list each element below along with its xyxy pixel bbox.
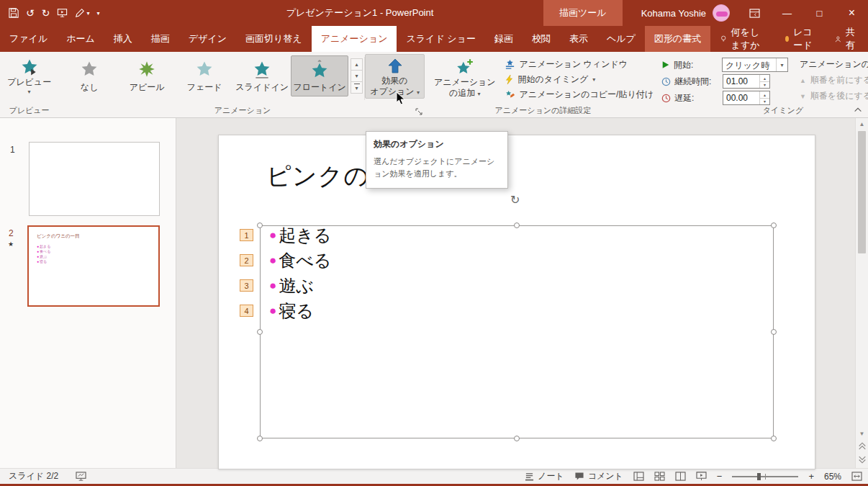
resize-handle[interactable] <box>771 436 777 441</box>
slide-indicator[interactable]: スライド 2/2 <box>9 470 58 482</box>
slide-sorter-view-button[interactable] <box>654 472 665 481</box>
ribbon-display-options-button[interactable] <box>738 0 771 26</box>
undo-button[interactable]: ↺ <box>26 8 35 18</box>
zoom-out-button[interactable]: − <box>717 471 723 482</box>
gallery-scroll-up-button[interactable]: ▴ <box>351 58 363 71</box>
gallery-item-appear[interactable]: アピール <box>118 55 176 96</box>
tell-me-box[interactable]: 何をしますか <box>710 26 778 52</box>
move-earlier-button[interactable]: ▲ 順番を前にする <box>800 74 868 86</box>
display-settings-icon[interactable] <box>76 472 86 482</box>
avatar[interactable] <box>713 4 730 22</box>
resize-handle[interactable] <box>771 329 777 335</box>
zoom-thumb[interactable] <box>757 473 761 480</box>
minimize-button[interactable]: — <box>771 0 803 26</box>
add-animation-button[interactable]: アニメーション の追加 ▾ <box>429 54 501 100</box>
comments-button[interactable]: コメント <box>574 470 623 482</box>
slide-2-thumbnail[interactable]: ピンクのワニの一日 ●起きる ●食べる ●遊ぶ ●寝る <box>27 225 160 307</box>
scrollbar-thumb[interactable] <box>858 131 866 253</box>
content-placeholder-selection[interactable] <box>260 225 774 438</box>
bullet-text[interactable]: 食べる <box>279 249 331 272</box>
spin-down-button[interactable]: ▾ <box>760 81 769 89</box>
resize-handle[interactable] <box>514 436 520 441</box>
animation-order-badge[interactable]: 1 <box>240 229 253 241</box>
save-button[interactable] <box>9 8 19 18</box>
close-button[interactable]: × <box>836 0 868 26</box>
preview-button[interactable]: プレビュー ▾ <box>2 54 56 96</box>
previous-slide-button[interactable] <box>856 439 868 453</box>
tab-view[interactable]: 表示 <box>560 26 597 52</box>
animation-painter-button[interactable]: アニメーションのコピー/貼り付け <box>501 88 657 102</box>
tab-insert[interactable]: 挿入 <box>104 26 142 52</box>
redo-button[interactable]: ↻ <box>42 8 50 18</box>
tab-draw[interactable]: 描画 <box>142 26 179 52</box>
bullet-text[interactable]: 遊ぶ <box>279 274 314 297</box>
next-slide-button[interactable] <box>856 453 868 467</box>
tab-design[interactable]: デザイン <box>179 26 236 52</box>
resize-handle[interactable] <box>257 436 263 441</box>
spin-up-button[interactable]: ▴ <box>760 91 769 98</box>
tab-record[interactable]: 録画 <box>485 26 523 52</box>
tab-help[interactable]: ヘルプ <box>597 26 645 52</box>
trigger-button[interactable]: 開始のタイミング ▾ <box>501 73 657 86</box>
qat-customize-button[interactable]: ▾ <box>96 10 99 17</box>
scroll-down-button[interactable]: ▼ <box>856 428 868 439</box>
slideshow-view-button[interactable] <box>696 472 707 481</box>
spin-down-button[interactable]: ▾ <box>760 98 769 105</box>
account-button[interactable]: Kohama Yoshie <box>623 4 738 22</box>
animation-order-badge[interactable]: 3 <box>240 279 253 292</box>
animation-order-badge[interactable]: 2 <box>240 254 253 266</box>
vertical-scrollbar[interactable]: ▲ ▼ <box>855 118 868 468</box>
start-slideshow-icon <box>57 8 68 18</box>
fit-to-window-icon[interactable] <box>851 472 862 481</box>
rotate-handle[interactable]: ↻ <box>510 193 520 207</box>
start-combobox[interactable]: クリック時 ▾ <box>722 58 788 72</box>
animation-pane-button[interactable]: アニメーション ウィンドウ <box>501 58 657 71</box>
gallery-scroll-down-button[interactable]: ▾ <box>351 70 363 82</box>
zoom-slider[interactable] <box>732 472 798 482</box>
touch-draw-button[interactable]: ▾ <box>75 8 89 18</box>
tab-home[interactable]: ホーム <box>57 26 104 52</box>
duration-spinbox[interactable]: ▴ ▾ <box>723 74 770 89</box>
resize-handle[interactable] <box>514 222 520 228</box>
collapse-ribbon-button[interactable] <box>853 105 863 114</box>
bullet-text[interactable]: 起きる <box>279 224 331 247</box>
delay-spinbox[interactable]: ▴ ▾ <box>723 91 770 105</box>
gallery-more-button[interactable]: ▾ <box>351 81 363 94</box>
tab-slideshow[interactable]: スライド ショー <box>397 26 484 52</box>
maximize-button[interactable]: □ <box>803 0 836 26</box>
scroll-up-button[interactable]: ▲ <box>856 118 868 130</box>
record-button[interactable]: レコード <box>778 26 825 52</box>
zoom-in-button[interactable]: + <box>808 471 814 482</box>
gallery-item-fade[interactable]: フェード <box>176 55 233 96</box>
gallery-item-floatin[interactable]: フロートイン <box>291 55 348 96</box>
normal-view-button[interactable] <box>633 472 644 481</box>
start-slideshow-button[interactable] <box>57 8 68 18</box>
combo-dropdown-button[interactable]: ▾ <box>776 58 787 71</box>
slide-canvas[interactable]: ピンクのワニの一日 ↻ 1 ● 起きる <box>218 135 815 469</box>
dialog-launcher-button[interactable] <box>415 108 422 115</box>
tab-shape-format[interactable]: 図形の書式 <box>645 26 710 52</box>
zoom-percentage[interactable]: 65% <box>824 472 841 482</box>
gallery-item-slidein[interactable]: スライドイン <box>233 55 291 96</box>
move-later-button[interactable]: ▼ 順番を後にする <box>800 90 868 102</box>
animation-indicator-star-icon[interactable]: ★ <box>8 240 14 248</box>
tab-transitions[interactable]: 画面切り替え <box>236 26 312 52</box>
bullet-text[interactable]: 寝る <box>279 300 314 323</box>
resize-handle[interactable] <box>771 222 777 228</box>
effect-options-button[interactable]: 効果の オプション ▾ <box>365 54 425 99</box>
animation-order-badge[interactable]: 4 <box>240 305 253 317</box>
spin-up-button[interactable]: ▴ <box>760 75 769 81</box>
duration-input[interactable] <box>723 75 759 88</box>
record-dot-icon <box>785 36 789 42</box>
tab-review[interactable]: 校閲 <box>523 26 560 52</box>
resize-handle[interactable] <box>257 329 263 335</box>
notes-button[interactable]: ノート <box>525 470 564 482</box>
slide-1-thumbnail[interactable] <box>29 142 160 216</box>
tab-animations[interactable]: アニメーション <box>312 26 397 52</box>
reading-view-button[interactable] <box>675 472 686 481</box>
tab-file[interactable]: ファイル <box>0 26 57 52</box>
timing-controls: 開始: クリック時 ▾ 継続時間: ▴ ▾ <box>661 54 868 105</box>
share-button[interactable]: 共有 <box>825 26 868 52</box>
gallery-item-none[interactable]: なし <box>60 55 118 96</box>
delay-input[interactable] <box>723 91 759 104</box>
